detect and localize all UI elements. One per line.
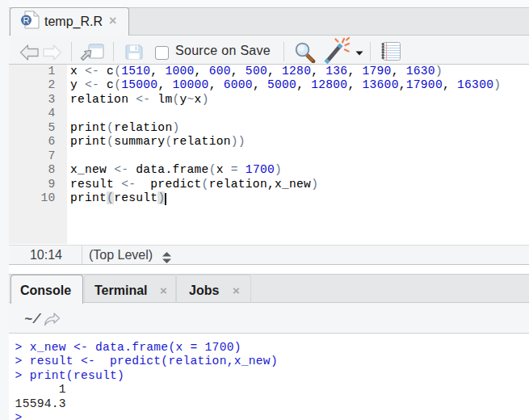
- svg-text:R: R: [23, 15, 30, 25]
